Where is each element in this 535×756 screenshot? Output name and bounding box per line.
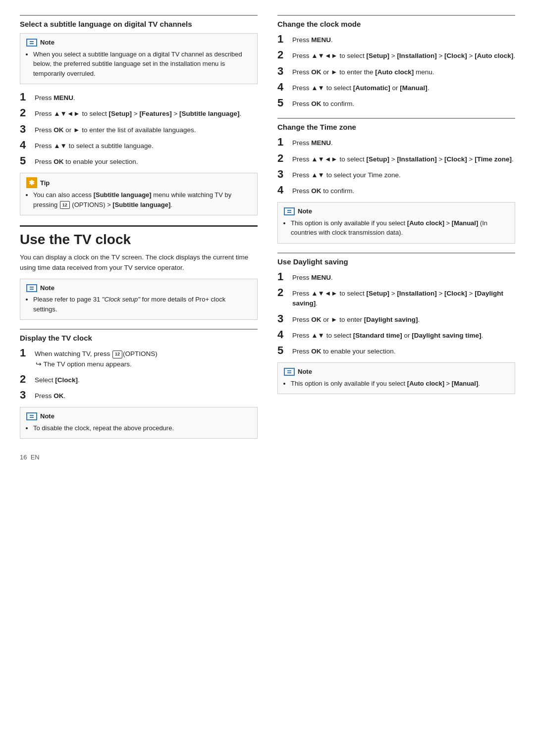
note-icon xyxy=(26,39,37,47)
subtitle-section-title: Select a subtitle language on digital TV… xyxy=(20,15,258,28)
tv-clock-note-box: Note Please refer to page 31 "Clock setu… xyxy=(20,279,258,320)
options-icon-2: 12 xyxy=(112,351,122,358)
page-number: 16 xyxy=(20,454,27,461)
daylight-step-4: 4 Press ▲▼ to select [Standard time] or … xyxy=(277,329,515,341)
note-icon-5 xyxy=(284,368,295,376)
display-clock-step-3: 3 Press OK. xyxy=(20,389,258,401)
tv-clock-note-list: Please refer to page 31 "Clock setup" fo… xyxy=(33,295,251,314)
daylight-note-label: Note xyxy=(298,367,312,377)
options-icon: 12 xyxy=(60,201,70,209)
timezone-note-list: This option is only available if you sel… xyxy=(291,218,509,238)
timezone-step-4: 4 Press OK to confirm. xyxy=(277,184,515,196)
daylight-note-list: This option is only available if you sel… xyxy=(291,379,509,389)
timezone-steps: 1 Press MENU. 2 Press ▲▼◄► to select [Se… xyxy=(277,136,515,196)
daylight-step-5: 5 Press OK to enable your selection. xyxy=(277,345,515,356)
subtitle-tip-box: ✱ Tip You can also access [Subtitle lang… xyxy=(20,173,258,215)
daylight-step-3: 3 Press OK or ► to enter [Daylight savin… xyxy=(277,313,515,325)
tv-clock-note-item: Please refer to page 31 "Clock setup" fo… xyxy=(33,295,251,314)
display-clock-title: Display the TV clock xyxy=(20,329,258,342)
subtitle-note-list: When you select a subtitle language on a… xyxy=(33,50,251,79)
subtitle-note-header: Note xyxy=(26,38,251,48)
page-footer: 16 EN xyxy=(20,454,258,461)
subtitle-step-2: 2 Press ▲▼◄► to select [Setup] > [Featur… xyxy=(20,107,258,119)
daylight-steps: 1 Press MENU. 2 Press ▲▼◄► to select [Se… xyxy=(277,271,515,357)
subtitle-note-item: When you select a subtitle language on a… xyxy=(33,50,251,79)
display-clock-note-label: Note xyxy=(40,411,54,421)
subtitle-step-1: 1 Press MENU. xyxy=(20,91,258,103)
timezone-note-header: Note xyxy=(284,206,509,216)
daylight-note-item: This option is only available if you sel… xyxy=(291,379,509,389)
timezone-note-item: This option is only available if you sel… xyxy=(291,218,509,238)
display-clock-step-2: 2 Select [Clock]. xyxy=(20,373,258,385)
clock-mode-step-2: 2 Press ▲▼◄► to select [Setup] > [Instal… xyxy=(277,49,515,61)
note-icon-4 xyxy=(284,207,295,215)
subtitle-tip-header: ✱ Tip xyxy=(26,177,251,188)
subtitle-note-label: Note xyxy=(40,38,54,48)
clock-mode-step-5: 5 Press OK to confirm. xyxy=(277,97,515,109)
timezone-step-3: 3 Press ▲▼ to select your Time zone. xyxy=(277,168,515,180)
tv-clock-title: Use the TV clock xyxy=(20,225,258,248)
timezone-title: Change the Time zone xyxy=(277,118,515,131)
right-column: Change the clock mode 1 Press MENU. 2 Pr… xyxy=(277,15,515,461)
daylight-note-box: Note This option is only available if yo… xyxy=(277,362,515,394)
timezone-note-label: Note xyxy=(298,206,312,216)
display-clock-step-1: 1 When watching TV, press 12(OPTIONS) ↪ … xyxy=(20,347,258,369)
display-clock-note-header: Note xyxy=(26,411,251,421)
timezone-note-box: Note This option is only available if yo… xyxy=(277,202,515,244)
clock-mode-step-4: 4 Press ▲▼ to select [Automatic] or [Man… xyxy=(277,81,515,93)
subtitle-tip-item: You can also access [Subtitle language] … xyxy=(33,190,251,209)
daylight-step-2: 2 Press ▲▼◄► to select [Setup] > [Instal… xyxy=(277,287,515,309)
subtitle-note-box: Note When you select a subtitle language… xyxy=(20,33,258,84)
subtitle-tip-label: Tip xyxy=(40,178,50,188)
tv-clock-note-label: Note xyxy=(40,283,54,293)
subtitle-steps: 1 Press MENU. 2 Press ▲▼◄► to select [Se… xyxy=(20,91,258,167)
daylight-note-header: Note xyxy=(284,367,509,377)
subtitle-step-4: 4 Press ▲▼ to select a subtitle language… xyxy=(20,139,258,151)
subtitle-tip-list: You can also access [Subtitle language] … xyxy=(33,190,251,209)
display-clock-note-item: To disable the clock, repeat the above p… xyxy=(33,423,251,433)
clock-mode-step-1: 1 Press MENU. xyxy=(277,33,515,45)
subtitle-step-3: 3 Press OK or ► to enter the list of ava… xyxy=(20,123,258,135)
display-clock-steps: 1 When watching TV, press 12(OPTIONS) ↪ … xyxy=(20,347,258,401)
clock-mode-step-3: 3 Press OK or ► to enter the [Auto clock… xyxy=(277,65,515,77)
page-lang: EN xyxy=(31,454,40,461)
tip-icon: ✱ xyxy=(26,177,37,188)
note-icon-2 xyxy=(26,284,37,292)
tv-clock-note-header: Note xyxy=(26,283,251,293)
daylight-title: Use Daylight saving xyxy=(277,252,515,266)
display-clock-note-list: To disable the clock, repeat the above p… xyxy=(33,423,251,433)
clock-mode-title: Change the clock mode xyxy=(277,15,515,28)
note-icon-3 xyxy=(26,412,37,420)
page-layout: Select a subtitle language on digital TV… xyxy=(20,15,515,461)
daylight-step-1: 1 Press MENU. xyxy=(277,271,515,283)
left-column: Select a subtitle language on digital TV… xyxy=(20,15,258,461)
clock-mode-steps: 1 Press MENU. 2 Press ▲▼◄► to select [Se… xyxy=(277,33,515,109)
timezone-step-2: 2 Press ▲▼◄► to select [Setup] > [Instal… xyxy=(277,152,515,164)
subtitle-step-5: 5 Press OK to enable your selection. xyxy=(20,155,258,167)
timezone-step-1: 1 Press MENU. xyxy=(277,136,515,148)
display-clock-note-box: Note To disable the clock, repeat the ab… xyxy=(20,407,258,439)
tv-clock-desc: You can display a clock on the TV screen… xyxy=(20,252,258,273)
